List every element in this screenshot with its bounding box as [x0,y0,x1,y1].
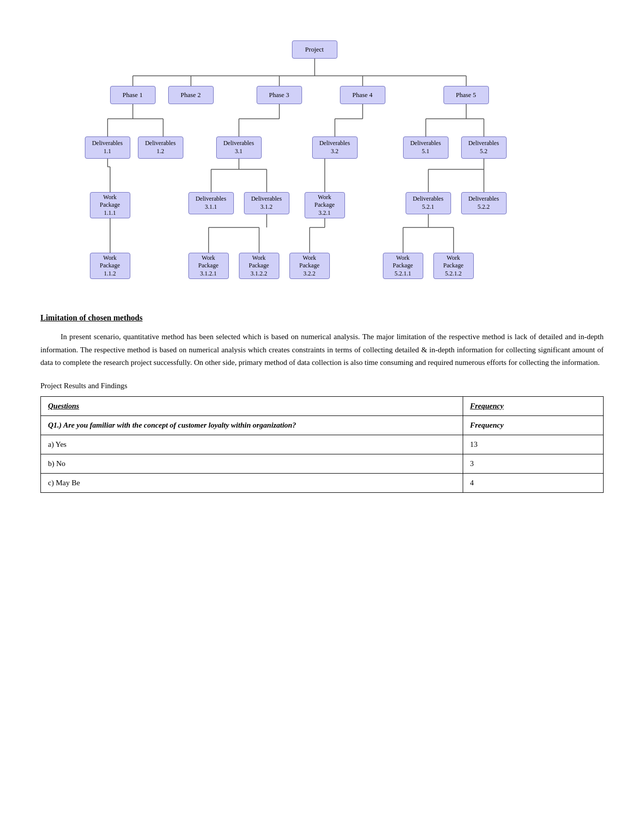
node-del31: Deliverables3.1 [216,136,262,159]
node-del11: Deliverables1.1 [85,136,130,159]
table-row: a) Yes 13 [41,435,604,454]
node-wp322: WorkPackage3.2.2 [289,253,330,279]
node-del522: Deliverables5.2.2 [461,192,507,214]
q1-question: Q1.) Are you familiar with the concept o… [41,415,463,435]
node-phase3: Phase 3 [257,86,302,104]
option-a: a) Yes [41,435,463,454]
node-del51: Deliverables5.1 [403,136,449,159]
node-del312: Deliverables3.1.2 [244,192,289,214]
node-phase1: Phase 1 [110,86,156,104]
option-b: b) No [41,454,463,473]
node-phase4: Phase 4 [340,86,385,104]
table-row: b) No 3 [41,454,604,473]
node-wp5211: WorkPackage5.2.1.1 [383,253,423,279]
node-del521: Deliverables5.2.1 [406,192,451,214]
node-wp3121: WorkPackage3.1.2.1 [188,253,229,279]
node-del52: Deliverables5.2 [461,136,507,159]
node-phase2: Phase 2 [168,86,214,104]
freq-b: 3 [463,454,604,473]
wbs-container: Project Phase 1 Phase 2 Phase 3 Phase 4 … [40,30,604,293]
results-table: Questions Frequency Q1.) Are you familia… [40,396,604,493]
option-c: c) May Be [41,473,463,492]
node-wp321: WorkPackage3.2.1 [305,192,345,218]
freq-c: 4 [463,473,604,492]
node-wp112: WorkPackage1.1.2 [90,253,130,279]
node-phase5: Phase 5 [443,86,489,104]
node-wp5212: WorkPackage5.2.1.2 [433,253,474,279]
limitation-section: Limitation of chosen methods In present … [40,313,604,369]
freq-a: 13 [463,435,604,454]
node-wp3122: WorkPackage3.1.2.2 [239,253,279,279]
node-wp111: WorkPackage1.1.1 [90,192,130,218]
limitation-heading: Limitation of chosen methods [40,313,604,322]
results-label: Project Results and Findings [40,382,604,390]
table-row: c) May Be 4 [41,473,604,492]
results-section: Project Results and Findings Questions F… [40,382,604,493]
limitation-paragraph: In present scenario, quantitative method… [40,331,604,369]
q1-freq-label: Frequency [463,415,604,435]
col-header-frequency: Frequency [463,396,604,415]
node-del32: Deliverables3.2 [312,136,358,159]
node-del311: Deliverables3.1.1 [188,192,234,214]
q1-row: Q1.) Are you familiar with the concept o… [41,415,604,435]
node-project: Project [292,40,337,59]
col-header-questions: Questions [41,396,463,415]
wbs-diagram: Project Phase 1 Phase 2 Phase 3 Phase 4 … [80,30,565,293]
node-del12: Deliverables1.2 [138,136,183,159]
